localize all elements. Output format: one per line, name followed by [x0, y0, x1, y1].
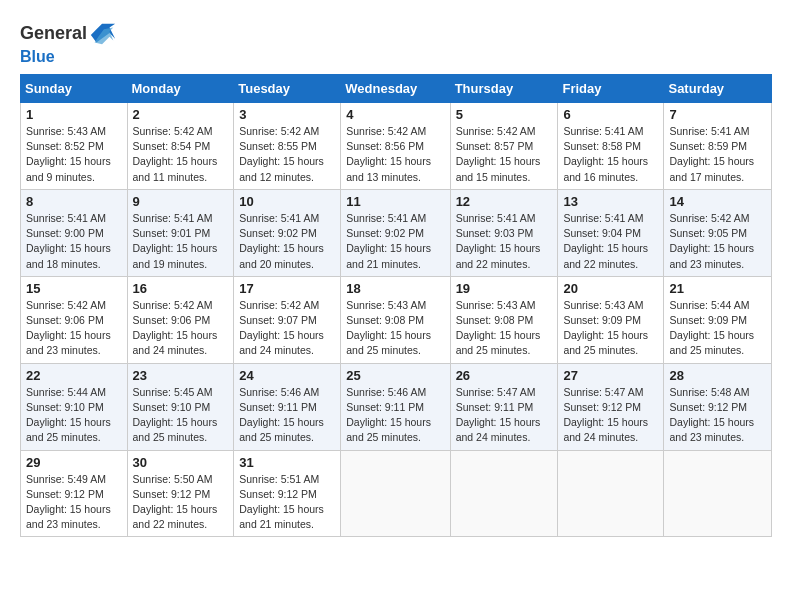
calendar-week-1: 1Sunrise: 5:43 AMSunset: 8:52 PMDaylight… [21, 103, 772, 190]
day-info: Sunrise: 5:46 AMSunset: 9:11 PMDaylight:… [239, 385, 335, 446]
day-number: 4 [346, 107, 444, 122]
day-number: 18 [346, 281, 444, 296]
day-number: 13 [563, 194, 658, 209]
day-info: Sunrise: 5:42 AMSunset: 9:06 PMDaylight:… [133, 298, 229, 359]
day-info: Sunrise: 5:42 AMSunset: 8:56 PMDaylight:… [346, 124, 444, 185]
calendar-table: SundayMondayTuesdayWednesdayThursdayFrid… [20, 74, 772, 537]
day-number: 12 [456, 194, 553, 209]
calendar-cell: 20Sunrise: 5:43 AMSunset: 9:09 PMDayligh… [558, 276, 664, 363]
day-info: Sunrise: 5:41 AMSunset: 9:02 PMDaylight:… [346, 211, 444, 272]
day-number: 14 [669, 194, 766, 209]
calendar-cell: 10Sunrise: 5:41 AMSunset: 9:02 PMDayligh… [234, 189, 341, 276]
logo: General Blue [20, 20, 117, 66]
day-info: Sunrise: 5:42 AMSunset: 9:06 PMDaylight:… [26, 298, 122, 359]
day-number: 28 [669, 368, 766, 383]
calendar-week-3: 15Sunrise: 5:42 AMSunset: 9:06 PMDayligh… [21, 276, 772, 363]
day-number: 7 [669, 107, 766, 122]
calendar-cell [450, 450, 558, 537]
day-number: 19 [456, 281, 553, 296]
day-info: Sunrise: 5:50 AMSunset: 9:12 PMDaylight:… [133, 472, 229, 533]
day-info: Sunrise: 5:51 AMSunset: 9:12 PMDaylight:… [239, 472, 335, 533]
day-number: 23 [133, 368, 229, 383]
day-number: 8 [26, 194, 122, 209]
day-number: 20 [563, 281, 658, 296]
calendar-cell: 6Sunrise: 5:41 AMSunset: 8:58 PMDaylight… [558, 103, 664, 190]
day-info: Sunrise: 5:47 AMSunset: 9:12 PMDaylight:… [563, 385, 658, 446]
weekday-header-thursday: Thursday [450, 75, 558, 103]
day-info: Sunrise: 5:48 AMSunset: 9:12 PMDaylight:… [669, 385, 766, 446]
calendar-cell: 30Sunrise: 5:50 AMSunset: 9:12 PMDayligh… [127, 450, 234, 537]
calendar-cell: 17Sunrise: 5:42 AMSunset: 9:07 PMDayligh… [234, 276, 341, 363]
day-info: Sunrise: 5:43 AMSunset: 9:09 PMDaylight:… [563, 298, 658, 359]
day-number: 30 [133, 455, 229, 470]
calendar-week-2: 8Sunrise: 5:41 AMSunset: 9:00 PMDaylight… [21, 189, 772, 276]
day-info: Sunrise: 5:44 AMSunset: 9:09 PMDaylight:… [669, 298, 766, 359]
calendar-cell: 23Sunrise: 5:45 AMSunset: 9:10 PMDayligh… [127, 363, 234, 450]
day-number: 17 [239, 281, 335, 296]
weekday-header-saturday: Saturday [664, 75, 772, 103]
calendar-cell: 28Sunrise: 5:48 AMSunset: 9:12 PMDayligh… [664, 363, 772, 450]
logo-icon [89, 20, 117, 48]
calendar-cell: 16Sunrise: 5:42 AMSunset: 9:06 PMDayligh… [127, 276, 234, 363]
day-number: 10 [239, 194, 335, 209]
calendar-cell [664, 450, 772, 537]
calendar-cell: 1Sunrise: 5:43 AMSunset: 8:52 PMDaylight… [21, 103, 128, 190]
day-info: Sunrise: 5:41 AMSunset: 9:02 PMDaylight:… [239, 211, 335, 272]
day-info: Sunrise: 5:41 AMSunset: 9:00 PMDaylight:… [26, 211, 122, 272]
day-info: Sunrise: 5:41 AMSunset: 8:58 PMDaylight:… [563, 124, 658, 185]
day-number: 2 [133, 107, 229, 122]
calendar-cell: 27Sunrise: 5:47 AMSunset: 9:12 PMDayligh… [558, 363, 664, 450]
calendar-cell: 21Sunrise: 5:44 AMSunset: 9:09 PMDayligh… [664, 276, 772, 363]
weekday-header-sunday: Sunday [21, 75, 128, 103]
calendar-week-4: 22Sunrise: 5:44 AMSunset: 9:10 PMDayligh… [21, 363, 772, 450]
calendar-week-5: 29Sunrise: 5:49 AMSunset: 9:12 PMDayligh… [21, 450, 772, 537]
calendar-cell: 4Sunrise: 5:42 AMSunset: 8:56 PMDaylight… [341, 103, 450, 190]
day-info: Sunrise: 5:42 AMSunset: 8:54 PMDaylight:… [133, 124, 229, 185]
day-info: Sunrise: 5:41 AMSunset: 9:03 PMDaylight:… [456, 211, 553, 272]
day-number: 16 [133, 281, 229, 296]
calendar-cell: 31Sunrise: 5:51 AMSunset: 9:12 PMDayligh… [234, 450, 341, 537]
calendar-cell: 9Sunrise: 5:41 AMSunset: 9:01 PMDaylight… [127, 189, 234, 276]
day-info: Sunrise: 5:43 AMSunset: 9:08 PMDaylight:… [346, 298, 444, 359]
day-number: 5 [456, 107, 553, 122]
page-header: General Blue [20, 16, 772, 66]
day-number: 3 [239, 107, 335, 122]
calendar-cell: 7Sunrise: 5:41 AMSunset: 8:59 PMDaylight… [664, 103, 772, 190]
calendar-cell: 22Sunrise: 5:44 AMSunset: 9:10 PMDayligh… [21, 363, 128, 450]
day-number: 6 [563, 107, 658, 122]
calendar-cell: 26Sunrise: 5:47 AMSunset: 9:11 PMDayligh… [450, 363, 558, 450]
weekday-header-friday: Friday [558, 75, 664, 103]
calendar-cell: 8Sunrise: 5:41 AMSunset: 9:00 PMDaylight… [21, 189, 128, 276]
weekday-header-wednesday: Wednesday [341, 75, 450, 103]
weekday-header-row: SundayMondayTuesdayWednesdayThursdayFrid… [21, 75, 772, 103]
calendar-cell: 18Sunrise: 5:43 AMSunset: 9:08 PMDayligh… [341, 276, 450, 363]
day-info: Sunrise: 5:44 AMSunset: 9:10 PMDaylight:… [26, 385, 122, 446]
calendar-cell: 2Sunrise: 5:42 AMSunset: 8:54 PMDaylight… [127, 103, 234, 190]
day-number: 11 [346, 194, 444, 209]
day-number: 26 [456, 368, 553, 383]
day-info: Sunrise: 5:41 AMSunset: 9:04 PMDaylight:… [563, 211, 658, 272]
day-number: 1 [26, 107, 122, 122]
day-info: Sunrise: 5:42 AMSunset: 9:05 PMDaylight:… [669, 211, 766, 272]
day-info: Sunrise: 5:49 AMSunset: 9:12 PMDaylight:… [26, 472, 122, 533]
day-number: 21 [669, 281, 766, 296]
calendar-cell: 25Sunrise: 5:46 AMSunset: 9:11 PMDayligh… [341, 363, 450, 450]
calendar-cell: 19Sunrise: 5:43 AMSunset: 9:08 PMDayligh… [450, 276, 558, 363]
day-number: 25 [346, 368, 444, 383]
logo-subtext: Blue [20, 48, 55, 65]
day-info: Sunrise: 5:45 AMSunset: 9:10 PMDaylight:… [133, 385, 229, 446]
day-number: 27 [563, 368, 658, 383]
day-info: Sunrise: 5:43 AMSunset: 9:08 PMDaylight:… [456, 298, 553, 359]
calendar-cell: 12Sunrise: 5:41 AMSunset: 9:03 PMDayligh… [450, 189, 558, 276]
calendar-cell: 13Sunrise: 5:41 AMSunset: 9:04 PMDayligh… [558, 189, 664, 276]
day-info: Sunrise: 5:42 AMSunset: 9:07 PMDaylight:… [239, 298, 335, 359]
day-number: 31 [239, 455, 335, 470]
weekday-header-monday: Monday [127, 75, 234, 103]
day-number: 22 [26, 368, 122, 383]
weekday-header-tuesday: Tuesday [234, 75, 341, 103]
calendar-cell: 14Sunrise: 5:42 AMSunset: 9:05 PMDayligh… [664, 189, 772, 276]
day-info: Sunrise: 5:41 AMSunset: 9:01 PMDaylight:… [133, 211, 229, 272]
calendar-cell: 24Sunrise: 5:46 AMSunset: 9:11 PMDayligh… [234, 363, 341, 450]
calendar-cell: 15Sunrise: 5:42 AMSunset: 9:06 PMDayligh… [21, 276, 128, 363]
calendar-cell [341, 450, 450, 537]
